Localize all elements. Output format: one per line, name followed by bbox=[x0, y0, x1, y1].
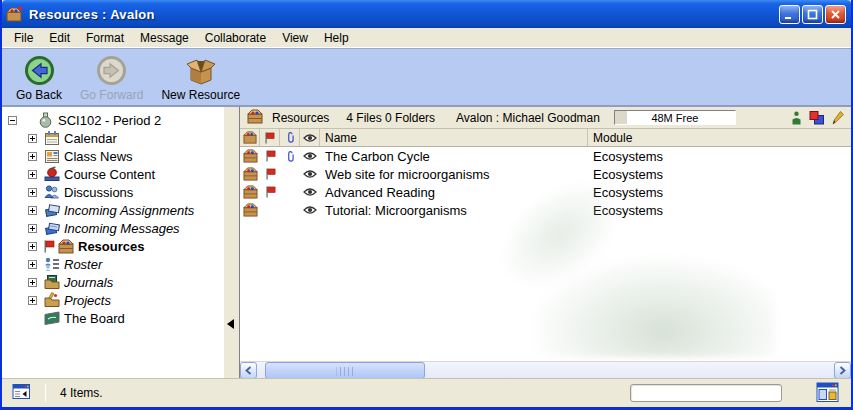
app-window: Resources : Avalon File Edit Format Mess… bbox=[0, 0, 853, 410]
tree-item-roster[interactable]: Roster bbox=[6, 255, 224, 273]
tree-item-calendar[interactable]: Calendar bbox=[6, 129, 224, 147]
type-column-header[interactable] bbox=[240, 129, 260, 146]
resource-row[interactable]: Web site for microorganisms Ecosystems bbox=[240, 165, 851, 183]
expand-toggle-icon[interactable] bbox=[28, 170, 37, 179]
minimize-button[interactable] bbox=[779, 5, 800, 24]
maximize-button[interactable] bbox=[802, 5, 823, 24]
resource-box-icon bbox=[243, 131, 257, 144]
menu-item-format[interactable]: Format bbox=[78, 29, 132, 47]
collapse-toggle-icon[interactable] bbox=[8, 116, 17, 125]
status-message-field bbox=[630, 384, 782, 402]
chevron-right-icon bbox=[839, 366, 846, 375]
tree-item-label: Resources bbox=[78, 239, 144, 254]
horizontal-scrollbar[interactable] bbox=[240, 361, 851, 378]
expand-toggle-icon[interactable] bbox=[28, 134, 37, 143]
journals-icon bbox=[43, 274, 60, 290]
new-resource-icon bbox=[184, 55, 218, 86]
resource-box-icon bbox=[243, 149, 258, 163]
go-back-icon bbox=[24, 55, 55, 86]
expand-toggle-icon[interactable] bbox=[28, 260, 37, 269]
tree-item-label: Incoming Messages bbox=[64, 221, 180, 236]
tree-item-class-news[interactable]: Class News bbox=[6, 147, 224, 165]
new-resource-button[interactable]: New Resource bbox=[157, 53, 244, 103]
resource-box-icon bbox=[243, 167, 258, 181]
expand-toggle-icon[interactable] bbox=[28, 224, 37, 233]
list-column-header: Name Module bbox=[240, 129, 851, 147]
title-bar: Resources : Avalon bbox=[2, 0, 851, 28]
tree-item-course-content[interactable]: Course Content bbox=[6, 165, 224, 183]
projects-icon bbox=[43, 292, 60, 308]
expand-toggle-icon[interactable] bbox=[28, 296, 37, 305]
tree-item-label: Journals bbox=[64, 275, 113, 290]
form-view-button[interactable] bbox=[816, 382, 839, 407]
menu-bar: File Edit Format Message Collaborate Vie… bbox=[2, 28, 851, 48]
expand-toggle-icon[interactable] bbox=[28, 206, 37, 215]
go-back-button[interactable]: Go Back bbox=[12, 53, 66, 103]
expand-toggle-icon[interactable] bbox=[28, 188, 37, 197]
free-space-indicator: 48M Free bbox=[614, 110, 736, 125]
go-forward-button[interactable]: Go Forward bbox=[76, 53, 147, 103]
resource-module: Ecosystems bbox=[588, 165, 851, 183]
module-column-header[interactable]: Module bbox=[588, 129, 851, 146]
eye-icon bbox=[303, 151, 317, 161]
tree-item-journals[interactable]: Journals bbox=[6, 273, 224, 291]
tree-item-label: Discussions bbox=[64, 185, 133, 200]
tree-item-root[interactable]: SCI102 - Period 2 bbox=[6, 111, 224, 129]
resource-name: The Carbon Cycle bbox=[320, 147, 588, 165]
resource-row[interactable]: The Carbon Cycle Ecosystems bbox=[240, 147, 851, 165]
tree-item-the-board[interactable]: The Board bbox=[6, 309, 224, 327]
tree-item-label: Projects bbox=[64, 293, 111, 308]
incoming-assignments-icon bbox=[43, 202, 60, 218]
tree-item-incoming-assignments[interactable]: Incoming Assignments bbox=[6, 201, 224, 219]
expand-toggle-icon[interactable] bbox=[28, 152, 37, 161]
tree-item-incoming-messages[interactable]: Incoming Messages bbox=[6, 219, 224, 237]
resource-box-icon bbox=[243, 185, 258, 199]
go-forward-icon bbox=[96, 55, 127, 86]
expand-toggle-icon[interactable] bbox=[28, 278, 37, 287]
menu-item-view[interactable]: View bbox=[274, 29, 316, 47]
scroll-right-button[interactable] bbox=[834, 362, 851, 379]
app-crate-icon bbox=[6, 6, 23, 22]
toolbar: Go Back Go Forward New Reso bbox=[2, 48, 851, 106]
menu-item-collaborate[interactable]: Collaborate bbox=[197, 29, 274, 47]
panel-toggle-button[interactable] bbox=[12, 383, 31, 404]
menu-item-help[interactable]: Help bbox=[316, 29, 357, 47]
folder-name: Resources bbox=[272, 111, 329, 125]
scroll-thumb[interactable] bbox=[265, 362, 425, 379]
collapse-panel-icon[interactable] bbox=[227, 319, 234, 329]
menu-item-edit[interactable]: Edit bbox=[41, 29, 78, 47]
visibility-column-header[interactable] bbox=[300, 129, 320, 146]
panel-splitter[interactable] bbox=[224, 106, 240, 378]
tree-item-label: SCI102 - Period 2 bbox=[58, 113, 161, 128]
course-content-icon bbox=[43, 166, 60, 182]
name-column-header[interactable]: Name bbox=[320, 129, 588, 146]
main-content: SCI102 - Period 2 Calendar Class News bbox=[2, 106, 851, 378]
member-button[interactable] bbox=[791, 111, 802, 125]
menu-item-message[interactable]: Message bbox=[132, 29, 197, 47]
attachment-column-header[interactable] bbox=[280, 129, 300, 146]
go-forward-label: Go Forward bbox=[80, 88, 143, 102]
flask-icon bbox=[37, 112, 54, 128]
tree-item-discussions[interactable]: Discussions bbox=[6, 183, 224, 201]
class-news-icon bbox=[43, 148, 60, 164]
eye-icon bbox=[303, 205, 317, 215]
menu-item-file[interactable]: File bbox=[6, 29, 41, 47]
expand-toggle-icon[interactable] bbox=[28, 242, 37, 251]
tree-item-label: The Board bbox=[64, 311, 125, 326]
scroll-left-button[interactable] bbox=[240, 362, 257, 379]
tree-item-projects[interactable]: Projects bbox=[6, 291, 224, 309]
eye-icon bbox=[303, 169, 317, 179]
tree-item-resources[interactable]: Resources bbox=[6, 237, 224, 255]
flag-icon bbox=[265, 168, 276, 180]
resource-box-icon bbox=[243, 203, 258, 217]
course-tree: SCI102 - Period 2 Calendar Class News bbox=[2, 106, 224, 378]
edit-button[interactable] bbox=[832, 111, 844, 125]
item-count-label: 4 Items. bbox=[60, 386, 103, 400]
window-panel-icon bbox=[12, 383, 31, 400]
flag-column-header[interactable] bbox=[260, 129, 280, 146]
server-owner: Avalon : Michael Goodman bbox=[456, 111, 600, 125]
layers-button[interactable] bbox=[809, 111, 825, 125]
window-title: Resources : Avalon bbox=[29, 7, 777, 22]
close-button[interactable] bbox=[825, 5, 846, 24]
folder-info-bar: Resources 4 Files 0 Folders Avalon : Mic… bbox=[240, 107, 851, 129]
